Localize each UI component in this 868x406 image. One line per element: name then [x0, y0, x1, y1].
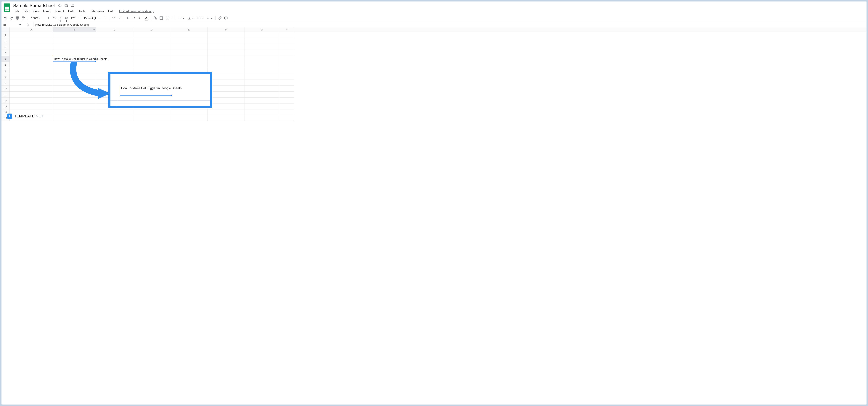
- vertical-align-combo[interactable]: [186, 15, 195, 21]
- formula-bar: B5 fx How To Make Cell Bigger in Google …: [1, 22, 867, 27]
- row-header-13[interactable]: 13: [1, 103, 10, 109]
- separator: [175, 16, 175, 20]
- separator: [151, 16, 151, 20]
- strikethrough-button[interactable]: S: [137, 15, 143, 21]
- zoom-combo[interactable]: 100%: [30, 15, 42, 21]
- font-family-combo[interactable]: Default (Ari…: [83, 15, 107, 21]
- svg-marker-12: [119, 18, 121, 19]
- svg-marker-32: [19, 24, 21, 25]
- row-header-2[interactable]: 2: [1, 38, 10, 44]
- borders-button[interactable]: [159, 15, 164, 21]
- row-header-10[interactable]: 10: [1, 86, 10, 92]
- insert-comment-button[interactable]: [223, 15, 228, 21]
- sheets-logo-icon[interactable]: [3, 3, 11, 13]
- name-box[interactable]: B5: [1, 22, 22, 27]
- menu-edit[interactable]: Edit: [22, 9, 31, 14]
- watermark-brand: TEMPLATE: [14, 114, 35, 118]
- row-header-7[interactable]: 7: [1, 68, 10, 74]
- col-header-E[interactable]: E: [170, 27, 208, 32]
- rows-area: 1 2 3 4 5 6 7 8 9 10 11 12 13 14 15: [1, 32, 867, 121]
- text-wrap-combo[interactable]: [196, 15, 204, 21]
- menu-help[interactable]: Help: [106, 9, 116, 14]
- redo-icon[interactable]: [9, 15, 14, 21]
- row-header-5[interactable]: 5: [1, 56, 10, 62]
- font-size-combo[interactable]: 10: [111, 15, 122, 21]
- fill-color-button[interactable]: [153, 15, 158, 21]
- menu-tools[interactable]: Tools: [76, 9, 87, 14]
- menu-extensions[interactable]: Extensions: [88, 9, 106, 14]
- row-header-6[interactable]: 6: [1, 62, 10, 68]
- doc-title-row: Sample Spreadsheet: [12, 2, 865, 8]
- svg-marker-11: [104, 18, 106, 19]
- row-header-1[interactable]: 1: [1, 32, 10, 38]
- undo-icon[interactable]: [3, 15, 8, 21]
- star-icon[interactable]: [58, 3, 62, 8]
- chevron-down-icon: [211, 16, 212, 20]
- move-to-folder-icon[interactable]: [64, 3, 68, 8]
- title-column: Sample Spreadsheet: [12, 2, 865, 14]
- merge-cells-combo[interactable]: [164, 15, 173, 21]
- zoom-value: 100%: [31, 16, 38, 20]
- document-title[interactable]: Sample Spreadsheet: [12, 3, 56, 8]
- bold-button[interactable]: B: [126, 15, 131, 21]
- chevron-down-icon: [170, 16, 172, 20]
- menu-format[interactable]: Format: [53, 9, 66, 14]
- svg-marker-24: [192, 18, 194, 19]
- row-header-4[interactable]: 4: [1, 50, 10, 56]
- more-formats-combo[interactable]: 123: [69, 15, 79, 21]
- annotation-callout: How To Make Cell Bigger in Google Sheets: [108, 72, 212, 108]
- row-header-9[interactable]: 9: [1, 80, 10, 86]
- spreadsheet-grid: A B C D E F G H 1 2 3 4 5 6 7 8 9 1: [1, 27, 867, 121]
- formula-input[interactable]: How To Make Cell Bigger in Google Sheets: [33, 22, 867, 27]
- row-header-8[interactable]: 8: [1, 74, 10, 80]
- column-menu-icon[interactable]: [93, 28, 95, 31]
- format-percent-button[interactable]: %: [52, 15, 57, 21]
- svg-marker-5: [58, 4, 62, 7]
- text-color-button[interactable]: A: [144, 15, 149, 21]
- name-box-value: B5: [3, 23, 6, 26]
- menu-insert[interactable]: Insert: [41, 9, 53, 14]
- app-google-sheets: Sample Spreadsheet: [1, 1, 867, 405]
- column-headers: A B C D E F G H: [1, 27, 867, 32]
- chevron-down-icon: [76, 16, 78, 20]
- print-icon[interactable]: [15, 15, 20, 21]
- decrease-decimal-button[interactable]: .0: [58, 15, 63, 21]
- svg-marker-22: [183, 18, 184, 19]
- menu-view[interactable]: View: [31, 9, 41, 14]
- cell-B5[interactable]: How To Make Cell Bigger in Google Sheets: [53, 56, 96, 62]
- titlebar: Sample Spreadsheet: [1, 1, 867, 14]
- row-header-12[interactable]: 12: [1, 98, 10, 103]
- col-header-D[interactable]: D: [133, 27, 170, 32]
- horizontal-align-combo[interactable]: [177, 15, 186, 21]
- select-all-corner[interactable]: [1, 27, 10, 32]
- chevron-down-icon: [192, 16, 194, 20]
- watermark-badge-icon: T: [7, 113, 12, 119]
- cells[interactable]: How To Make Cell Bigger in Google Sheets: [10, 32, 867, 121]
- text-rotation-combo[interactable]: [205, 15, 214, 21]
- increase-decimal-button[interactable]: .00: [64, 15, 69, 21]
- col-header-C[interactable]: C: [96, 27, 133, 32]
- separator: [81, 16, 81, 20]
- menubar: File Edit View Insert Format Data Tools …: [12, 9, 865, 14]
- format-currency-button[interactable]: $: [46, 15, 51, 21]
- row-header-3[interactable]: 3: [1, 44, 10, 50]
- font-family-value: Default (Ari…: [84, 16, 101, 20]
- italic-button[interactable]: I: [132, 15, 137, 21]
- menu-file[interactable]: File: [13, 9, 21, 14]
- cloud-saved-icon[interactable]: [70, 3, 75, 8]
- watermark-suffix: .NET: [35, 114, 43, 118]
- menu-data[interactable]: Data: [66, 9, 76, 14]
- chevron-down-icon: [201, 16, 203, 20]
- svg-rect-16: [166, 17, 167, 19]
- paint-format-icon[interactable]: [21, 15, 26, 21]
- col-header-H[interactable]: H: [279, 27, 294, 32]
- chevron-down-icon: [104, 16, 106, 20]
- col-header-G[interactable]: G: [245, 27, 279, 32]
- svg-marker-33: [93, 29, 95, 30]
- row-header-11[interactable]: 11: [1, 92, 10, 98]
- col-header-F[interactable]: F: [208, 27, 245, 32]
- col-header-A[interactable]: A: [10, 27, 53, 32]
- col-header-B[interactable]: B: [53, 27, 96, 32]
- insert-link-button[interactable]: [217, 15, 223, 21]
- last-edit-link[interactable]: Last edit was seconds ago: [119, 10, 154, 13]
